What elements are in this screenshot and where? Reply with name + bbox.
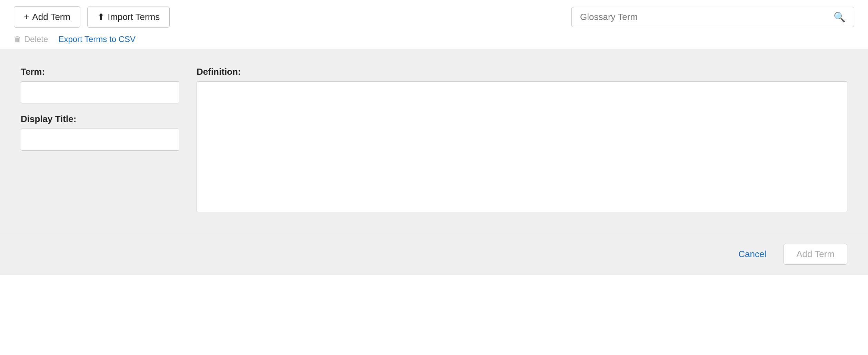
delete-button[interactable]: 🗑 Delete bbox=[14, 34, 48, 44]
form-left: Term: Display Title: bbox=[21, 67, 179, 151]
search-input[interactable] bbox=[580, 12, 834, 22]
display-title-input[interactable] bbox=[21, 129, 179, 151]
display-title-field-group: Display Title: bbox=[21, 114, 179, 151]
term-field-group: Term: bbox=[21, 67, 179, 103]
delete-label: Delete bbox=[24, 34, 48, 44]
term-input[interactable] bbox=[21, 81, 179, 103]
form-section: Term: Display Title: Definition: bbox=[0, 49, 868, 233]
form-layout: Term: Display Title: Definition: bbox=[21, 67, 847, 212]
export-button[interactable]: Export Terms to CSV bbox=[58, 34, 136, 44]
display-title-label: Display Title: bbox=[21, 114, 179, 124]
footer-section: Cancel Add Term bbox=[0, 233, 868, 275]
search-wrapper: 🔍 bbox=[571, 7, 854, 27]
add-term-label: Add Term bbox=[32, 12, 70, 22]
cancel-label: Cancel bbox=[738, 249, 766, 259]
toolbar-left: + Add Term ⬆ Import Terms bbox=[14, 6, 170, 28]
add-term-footer-label: Add Term bbox=[796, 249, 835, 259]
form-right: Definition: bbox=[197, 67, 847, 212]
top-toolbar: + Add Term ⬆ Import Terms 🔍 bbox=[0, 0, 868, 31]
plus-icon: + bbox=[24, 11, 29, 22]
add-term-button[interactable]: + Add Term bbox=[14, 6, 80, 28]
import-terms-label: Import Terms bbox=[108, 12, 160, 22]
trash-icon: 🗑 bbox=[14, 35, 21, 44]
add-term-footer-button[interactable]: Add Term bbox=[784, 244, 847, 265]
term-label: Term: bbox=[21, 67, 179, 77]
definition-textarea[interactable] bbox=[197, 81, 847, 212]
upload-icon: ⬆ bbox=[97, 12, 105, 22]
cancel-button[interactable]: Cancel bbox=[731, 244, 773, 264]
export-label: Export Terms to CSV bbox=[58, 34, 136, 44]
definition-label: Definition: bbox=[197, 67, 847, 77]
import-terms-button[interactable]: ⬆ Import Terms bbox=[87, 7, 170, 28]
sub-toolbar: 🗑 Delete Export Terms to CSV bbox=[0, 31, 868, 49]
search-icon[interactable]: 🔍 bbox=[834, 11, 846, 23]
